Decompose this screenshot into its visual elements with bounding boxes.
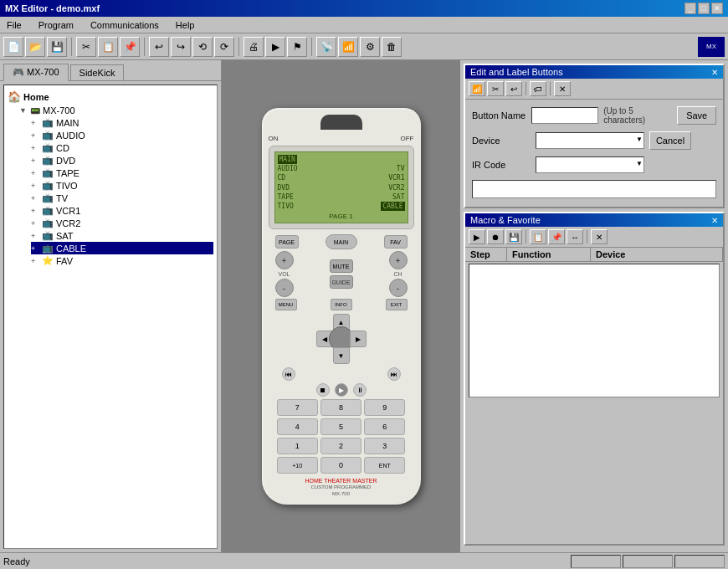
lcd-cd[interactable]: CD (278, 173, 286, 182)
print-button[interactable]: 🖨 (244, 37, 264, 57)
tree-item-cable[interactable]: + 📺 CABLE (31, 242, 213, 254)
next-button[interactable]: ⏭ (387, 367, 401, 381)
lcd-tv[interactable]: TV (397, 164, 405, 173)
macro-record-btn[interactable]: ⏺ (487, 229, 504, 244)
lcd-main[interactable]: MAIN (278, 155, 297, 164)
tree-item-fav[interactable]: + ⭐ FAV (31, 254, 213, 267)
lcd-tivo[interactable]: TIVO (278, 202, 294, 211)
macro-move-btn[interactable]: ↔ (567, 229, 583, 244)
tree-root-item[interactable]: ▼ 📟 MX-700 (19, 105, 213, 116)
vol-down-button[interactable]: - (275, 279, 294, 297)
button-name-input[interactable] (531, 107, 598, 124)
guide-button[interactable]: GUIDE (330, 275, 353, 289)
tree-item-cd[interactable]: + 📺 CD (31, 141, 213, 154)
macro-delete-btn[interactable]: ✕ (591, 229, 608, 244)
mute-button[interactable]: MUTE (330, 259, 353, 273)
num-3[interactable]: 3 (364, 438, 405, 454)
maximize-button[interactable]: □ (698, 3, 710, 14)
ir-code-select[interactable] (536, 156, 644, 173)
off-button[interactable]: OFF (401, 135, 414, 142)
save-btn[interactable]: Save (677, 106, 716, 125)
tree-item-sat[interactable]: + 📺 SAT (31, 229, 213, 242)
menu-file[interactable]: File (3, 19, 25, 31)
menu-button[interactable]: MENU (275, 299, 297, 310)
lcd-sat[interactable]: SAT (392, 192, 404, 202)
ch-up-button[interactable]: + (389, 251, 408, 269)
prev-button[interactable]: ⏮ (282, 367, 295, 381)
tree-item-vcr1[interactable]: + 📺 VCR1 (31, 204, 213, 217)
tab-sidekick[interactable]: SideKick (70, 64, 125, 80)
properties-button[interactable]: ⚙ (360, 37, 380, 57)
num-6[interactable]: 6 (364, 418, 405, 435)
lcd-vcr2[interactable]: VCR2 (388, 183, 404, 192)
ir-learn-button[interactable]: 📡 (316, 37, 336, 57)
macro-save-btn[interactable]: 💾 (505, 229, 522, 244)
num-0[interactable]: 0 (320, 457, 361, 474)
toolbar-btn-6[interactable]: ⚑ (287, 37, 307, 57)
menu-program[interactable]: Program (35, 19, 77, 31)
stop-button[interactable]: ⏹ (316, 383, 330, 397)
copy-button[interactable]: 📋 (98, 37, 118, 57)
tree-item-tivo[interactable]: + 📺 TIVO (31, 179, 213, 192)
new-button[interactable]: 📄 (3, 37, 23, 57)
lcd-audio[interactable]: AUDIO (278, 164, 298, 173)
num-enter[interactable]: ENT (364, 457, 405, 474)
num-2[interactable]: 2 (320, 438, 361, 454)
num-8[interactable]: 8 (320, 399, 361, 416)
lcd-cable[interactable]: CABLE (381, 202, 404, 211)
toolbar-btn-3[interactable]: ⟲ (192, 37, 213, 57)
close-button[interactable]: ✕ (711, 3, 723, 14)
info-button[interactable]: INFO (331, 299, 352, 310)
macro-copy-btn[interactable]: 📋 (530, 229, 546, 244)
main-button[interactable]: MAIN (326, 234, 357, 249)
open-button[interactable]: 📂 (25, 37, 45, 57)
menu-communications[interactable]: Communications (87, 19, 162, 31)
edit-panel-close[interactable]: ✕ (711, 68, 718, 77)
cancel-btn[interactable]: Cancel (649, 131, 691, 150)
num-4[interactable]: 4 (277, 418, 318, 435)
tree-item-tv[interactable]: + 📺 TV (31, 192, 213, 204)
tree-item-vcr2[interactable]: + 📺 VCR2 (31, 217, 213, 229)
undo-button[interactable]: ↩ (149, 37, 169, 57)
play-button[interactable]: ▶ (335, 383, 348, 397)
pause-button[interactable]: ⏸ (353, 383, 367, 397)
macro-play-btn[interactable]: ▶ (469, 229, 485, 244)
minimize-button[interactable]: _ (684, 3, 696, 14)
edit-btn-arrow[interactable]: ↩ (505, 81, 522, 96)
macro-paste-btn[interactable]: 📌 (548, 229, 565, 244)
paste-button[interactable]: 📌 (120, 37, 140, 57)
menu-help[interactable]: Help (172, 19, 198, 31)
tree-item-main[interactable]: + 📺 MAIN (31, 116, 213, 129)
lcd-vcr1[interactable]: VCR1 (388, 173, 404, 182)
num-5[interactable]: 5 (320, 418, 361, 435)
toolbar-btn-5[interactable]: ▶ (265, 37, 285, 57)
redo-button[interactable]: ↪ (171, 37, 191, 57)
ir-test-button[interactable]: 📶 (338, 37, 358, 57)
tree-item-dvd[interactable]: + 📺 DVD (31, 154, 213, 167)
lcd-dvd[interactable]: DVD (278, 183, 290, 192)
num-9[interactable]: 9 (364, 399, 405, 416)
macro-panel-close[interactable]: ✕ (711, 216, 718, 225)
delete-button[interactable]: 🗑 (382, 37, 402, 57)
num-7[interactable]: 7 (277, 399, 318, 416)
on-button[interactable]: ON (269, 135, 279, 142)
ch-down-button[interactable]: - (389, 279, 408, 297)
page-button[interactable]: PAGE (275, 235, 299, 249)
edit-text-area[interactable] (472, 180, 716, 198)
tree-home[interactable]: 🏠 Home (8, 89, 213, 105)
toolbar-btn-4[interactable]: ⟳ (214, 37, 234, 57)
edit-btn-cut[interactable]: ✂ (487, 81, 504, 96)
tree-item-audio[interactable]: + 📺 AUDIO (31, 129, 213, 141)
cut-button[interactable]: ✂ (76, 37, 96, 57)
edit-btn-label[interactable]: 🏷 (530, 81, 546, 96)
exit-button[interactable]: EXIT (386, 299, 408, 310)
fav-button[interactable]: FAV (384, 235, 408, 249)
vol-up-button[interactable]: + (275, 251, 294, 269)
tab-mx700[interactable]: 🎮 MX-700 (3, 64, 69, 81)
lcd-tape[interactable]: TAPE (278, 192, 294, 202)
edit-btn-wifi[interactable]: 📶 (469, 81, 485, 96)
tree-item-tape[interactable]: + 📺 TAPE (31, 167, 213, 179)
dpad-right-button[interactable]: ▶ (350, 331, 367, 347)
save-button[interactable]: 💾 (47, 37, 67, 57)
num-plus10[interactable]: +10 (277, 457, 318, 474)
